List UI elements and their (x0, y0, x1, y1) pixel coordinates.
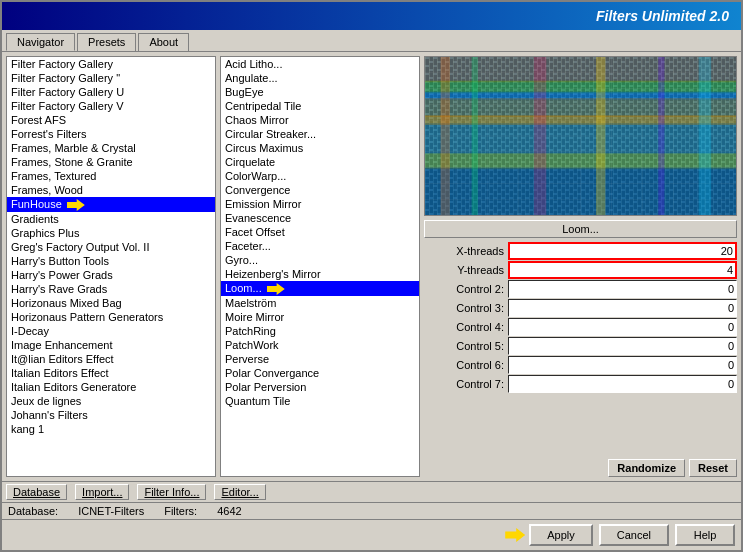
list-item[interactable]: Filter Factory Gallery V (7, 99, 215, 113)
list-item[interactable]: It@lian Editors Effect (7, 352, 215, 366)
title-bar: Filters Unlimited 2.0 (2, 2, 741, 30)
filter-item[interactable]: Polar Perversion (221, 380, 419, 394)
preview-area (424, 56, 737, 216)
list-item[interactable]: Filter Factory Gallery " (7, 71, 215, 85)
list-item[interactable]: Harry's Button Tools (7, 254, 215, 268)
list-item[interactable]: Jeux de lignes (7, 394, 215, 408)
apply-button[interactable]: Apply (529, 524, 593, 546)
filter-item-loom[interactable]: Loom... (221, 281, 419, 296)
filter-item[interactable]: PatchRing (221, 324, 419, 338)
filter-item[interactable]: ColorWarp... (221, 169, 419, 183)
control7-input[interactable] (508, 375, 737, 393)
filter-item[interactable]: Emission Mirror (221, 197, 419, 211)
database-button[interactable]: Database (6, 484, 67, 500)
apply-arrow-icon (505, 528, 525, 542)
list-item[interactable]: Frames, Stone & Granite (7, 155, 215, 169)
filter-list[interactable]: Acid Litho... Angulate... BugEye Centrip… (220, 56, 420, 477)
xthreads-label: X-threads (424, 245, 504, 257)
database-value: ICNET-Filters (78, 505, 144, 517)
filter-item[interactable]: Polar Convergance (221, 366, 419, 380)
list-item[interactable]: Graphics Plus (7, 226, 215, 240)
list-item[interactable]: Greg's Factory Output Vol. II (7, 240, 215, 254)
list-item[interactable]: Horizonaus Mixed Bag (7, 296, 215, 310)
list-item[interactable]: Frames, Textured (7, 169, 215, 183)
controls-area: X-threads Y-threads Control 2: Control 3… (424, 242, 737, 453)
filter-item[interactable]: Angulate... (221, 71, 419, 85)
tab-navigator[interactable]: Navigator (6, 33, 75, 51)
list-item[interactable]: kang 1 (7, 422, 215, 436)
list-item[interactable]: Filter Factory Gallery U (7, 85, 215, 99)
list-item[interactable]: Italian Editors Generatore (7, 380, 215, 394)
list-item[interactable]: Image Enhancement (7, 338, 215, 352)
list-item[interactable]: Filter Factory Gallery (7, 57, 215, 71)
loom-button[interactable]: Loom... (424, 220, 737, 238)
filter-item[interactable]: Circus Maximus (221, 141, 419, 155)
control3-label: Control 3: (424, 302, 504, 314)
filter-item[interactable]: Gyro... (221, 253, 419, 267)
randomize-button[interactable]: Randomize (608, 459, 685, 477)
list-item[interactable]: Forest AFS (7, 113, 215, 127)
filter-item[interactable]: Heizenberg's Mirror (221, 267, 419, 281)
filter-item[interactable]: Moire Mirror (221, 310, 419, 324)
list-item[interactable]: Italian Editors Effect (7, 366, 215, 380)
filter-item[interactable]: Maelström (221, 296, 419, 310)
control-row-3: Control 3: (424, 299, 737, 317)
tab-about[interactable]: About (138, 33, 189, 51)
main-content: Filter Factory Gallery Filter Factory Ga… (2, 52, 741, 481)
ythreads-label: Y-threads (424, 264, 504, 276)
status-bar: Database: ICNET-Filters Filters: 4642 (2, 502, 741, 519)
list-item[interactable]: Frames, Marble & Crystal (7, 141, 215, 155)
filter-item[interactable]: Facet Offset (221, 225, 419, 239)
filter-item[interactable]: Centripedal Tile (221, 99, 419, 113)
control5-input[interactable] (508, 337, 737, 355)
cancel-button[interactable]: Cancel (599, 524, 669, 546)
action-bar: Apply Cancel Help (2, 519, 741, 550)
control3-input[interactable] (508, 299, 737, 317)
filter-item[interactable]: Circular Streaker... (221, 127, 419, 141)
control-row-4: Control 4: (424, 318, 737, 336)
filter-item[interactable]: Quantum Tile (221, 394, 419, 408)
svg-rect-36 (472, 57, 478, 215)
xthreads-input[interactable] (508, 242, 737, 260)
list-item-funhouse[interactable]: FunHouse (7, 197, 215, 212)
filter-item[interactable]: PatchWork (221, 338, 419, 352)
svg-rect-39 (658, 57, 664, 215)
filter-item[interactable]: Convergence (221, 183, 419, 197)
filters-label: Filters: (164, 505, 197, 517)
toolbar: Database Import... Filter Info... Editor… (2, 481, 741, 502)
control2-input[interactable] (508, 280, 737, 298)
list-item[interactable]: Johann's Filters (7, 408, 215, 422)
ythreads-input[interactable] (508, 261, 737, 279)
list-item[interactable]: Horizonaus Pattern Generators (7, 310, 215, 324)
control-row-2: Control 2: (424, 280, 737, 298)
filter-item[interactable]: Cirquelate (221, 155, 419, 169)
import-button[interactable]: Import... (75, 484, 129, 500)
control-row-xthreads: X-threads (424, 242, 737, 260)
filter-item[interactable]: Evanescence (221, 211, 419, 225)
filter-item[interactable]: Faceter... (221, 239, 419, 253)
list-item[interactable]: Frames, Wood (7, 183, 215, 197)
title-text: Filters Unlimited 2.0 (6, 8, 737, 24)
help-button[interactable]: Help (675, 524, 735, 546)
svg-rect-40 (699, 57, 711, 215)
filter-item[interactable]: Perverse (221, 352, 419, 366)
filter-item[interactable]: Chaos Mirror (221, 113, 419, 127)
reset-button[interactable]: Reset (689, 459, 737, 477)
left-category-list[interactable]: Filter Factory Gallery Filter Factory Ga… (6, 56, 216, 477)
tab-presets[interactable]: Presets (77, 33, 136, 51)
filter-item[interactable]: BugEye (221, 85, 419, 99)
list-item[interactable]: Gradients (7, 212, 215, 226)
list-item[interactable]: Forrest's Filters (7, 127, 215, 141)
list-item[interactable]: Harry's Power Grads (7, 268, 215, 282)
control4-input[interactable] (508, 318, 737, 336)
list-item[interactable]: Harry's Rave Grads (7, 282, 215, 296)
control6-input[interactable] (508, 356, 737, 374)
svg-rect-35 (441, 57, 450, 215)
list-item[interactable]: I-Decay (7, 324, 215, 338)
editor-button[interactable]: Editor... (214, 484, 265, 500)
control-row-ythreads: Y-threads (424, 261, 737, 279)
control-row-6: Control 6: (424, 356, 737, 374)
database-label: Database: (8, 505, 58, 517)
filter-info-button[interactable]: Filter Info... (137, 484, 206, 500)
filter-item[interactable]: Acid Litho... (221, 57, 419, 71)
